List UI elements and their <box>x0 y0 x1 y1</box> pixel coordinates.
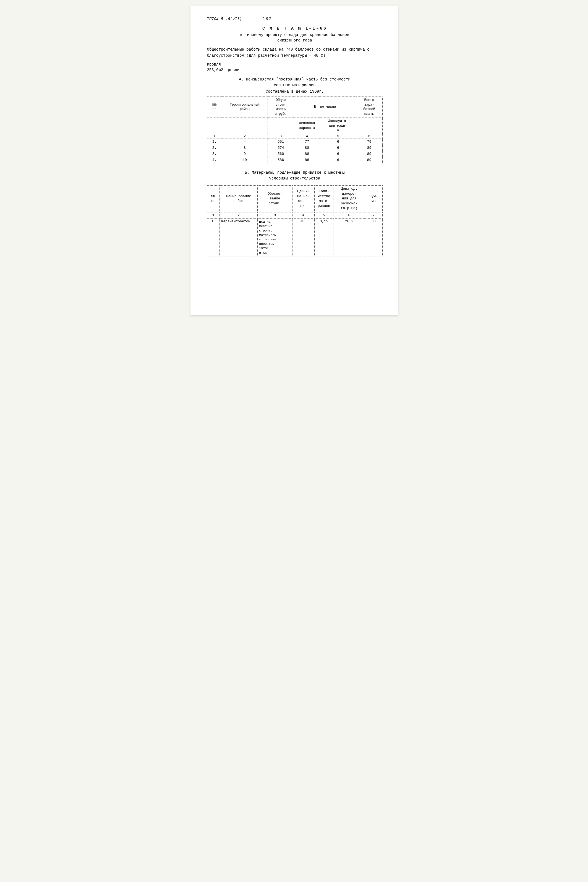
table-a-header-row: №№пп Территориальныйрайон Общаястои-мост… <box>207 96 382 117</box>
row4-expl: 6 <box>320 157 356 163</box>
table-a-cn3: 3 <box>268 134 294 139</box>
description: Общестроительные работы склада на 740 ба… <box>207 47 382 59</box>
table-b-cn1: 1 <box>207 212 220 218</box>
b-row1-tsena: 26,2 <box>333 218 365 256</box>
table-b-cn5: 5 <box>314 212 333 218</box>
table-a-sub2 <box>222 117 268 134</box>
table-a-num-row: 1 2 3 4 5 6 <box>207 134 382 139</box>
row2-expl: 6 <box>320 145 356 151</box>
section-a-title2: местных материалов <box>274 83 315 87</box>
table-a-cn1: 1 <box>207 134 222 139</box>
row3-stoi: 560 <box>268 151 294 157</box>
row2-zarp: 88 <box>294 145 320 151</box>
table-a-col5-header: Эксплуата-ция маши-н <box>320 117 356 134</box>
compiled-line: Составлена в ценах 1969г. <box>207 89 382 94</box>
row4-num: 4. <box>207 157 222 163</box>
table-a-col3-header: Общаястои-мостьв руб. <box>268 96 294 117</box>
row1-vsego: 79 <box>356 139 382 145</box>
row4-vsego: 89 <box>356 157 382 163</box>
row4-zarp: 88 <box>294 157 320 163</box>
table-b-cn4: 4 <box>292 212 314 218</box>
b-row1-num: I. <box>207 218 220 256</box>
table-b-col1-header: №№пп <box>207 186 220 212</box>
table-a-col2-header: Территориальныйрайон <box>222 96 268 117</box>
table-a-cn4: 4 <box>294 134 320 139</box>
b-row1-kolichestvo: 3,15 <box>314 218 333 256</box>
table-row: 3. 9 560 88 6 89 <box>207 151 382 157</box>
table-row: 4. 19 586 88 6 89 <box>207 157 382 163</box>
table-a-sub1 <box>207 117 222 134</box>
table-a-cn6: 6 <box>356 134 382 139</box>
subtitle1: к типовому проекту склада для хранения б… <box>207 33 382 37</box>
row3-zarp: 88 <box>294 151 320 157</box>
table-a-col4-header: Основнаязарплата <box>294 117 320 134</box>
subtitle2: сжиженного газа <box>207 38 382 43</box>
table-a-cn5: 5 <box>320 134 356 139</box>
table-a-col6-header: Всегозара-ботнойплаты <box>356 96 382 117</box>
row2-stoi: 574 <box>268 145 294 151</box>
header-line: ТП704-5-16(VII) – 182 – <box>207 17 382 21</box>
row3-num: 3. <box>207 151 222 157</box>
row2-vsego: 89 <box>356 145 382 151</box>
section-b-title2: условиям строительства <box>269 176 320 180</box>
row1-num: I. <box>207 139 222 145</box>
row1-expl: 6 <box>320 139 356 145</box>
table-b-col2-header: Наименованиеработ <box>220 186 258 212</box>
table-b-cn2: 2 <box>220 212 258 218</box>
b-row1-name: Керамзитобетон <box>220 218 258 256</box>
table-b-col3-header: Обосно-ваниестоим. <box>258 186 292 212</box>
b-row1-summa: 83 <box>365 218 382 256</box>
title-main: С М Е Т А № I–I–66 <box>207 26 382 31</box>
row1-zarp: 77 <box>294 139 320 145</box>
section-a-title: А. Неизменяемая (постоянная) часть без с… <box>207 77 382 88</box>
row2-num: 2. <box>207 145 222 151</box>
row4-stoi: 586 <box>268 157 294 163</box>
table-a: №№пп Территориальныйрайон Общаястои-мост… <box>207 96 382 164</box>
table-b-col6-header: Цена ед.измере-ния(длябазисно-го р-на) <box>333 186 365 212</box>
table-b-header-row: №№пп Наименованиеработ Обосно-ваниестоим… <box>207 186 382 212</box>
b-row1-edinica: М3 <box>292 218 314 256</box>
table-b-cn7: 7 <box>365 212 382 218</box>
section-b-title: Б. Материалы, подлежащие привязке к мест… <box>207 170 382 182</box>
row1-region: 4 <box>222 139 268 145</box>
table-a-subheader-row: Основнаязарплата Эксплуата-ция маши-н <box>207 117 382 134</box>
page-number: 182 <box>262 17 272 21</box>
doc-id: ТП704-5-16(VII) <box>207 17 242 21</box>
row3-region: 9 <box>222 151 268 157</box>
table-row: 2. 8 574 88 6 89 <box>207 145 382 151</box>
table-row: I. Керамзитобетон ЦСЦ наместныестроит.ма… <box>207 218 382 256</box>
table-a-col-vtomchisle-header: В том числе <box>294 96 356 117</box>
row1-stoi: 551 <box>268 139 294 145</box>
table-b-col7-header: Сум-ма <box>365 186 382 212</box>
table-b-col4-header: Едини-ца из-мере-ния <box>292 186 314 212</box>
table-row: I. 4 551 77 6 79 <box>207 139 382 145</box>
row3-vsego: 89 <box>356 151 382 157</box>
table-b-num-row: 1 2 3 4 5 6 7 <box>207 212 382 218</box>
title-section: С М Е Т А № I–I–66 к типовому проекту ск… <box>207 26 382 43</box>
row4-region: 19 <box>222 157 268 163</box>
section-a-title1: А. Неизменяемая (постоянная) часть без с… <box>239 77 350 81</box>
table-a-sub3 <box>268 117 294 134</box>
row3-expl: 6 <box>320 151 356 157</box>
table-b-col5-header: Коли-чествомате-риалов <box>314 186 333 212</box>
document-page: ТП704-5-16(VII) – 182 – С М Е Т А № I–I–… <box>190 6 398 315</box>
row2-region: 8 <box>222 145 268 151</box>
table-a-cn2: 2 <box>222 134 268 139</box>
section-b-title1: Б. Материалы, подлежащие привязке к мест… <box>244 170 345 175</box>
table-b: №№пп Наименованиеработ Обосно-ваниестоим… <box>207 185 382 256</box>
roof-sublabel: 253,6м2 кровли <box>207 68 382 72</box>
table-a-sub6 <box>356 117 382 134</box>
table-b-cn6: 6 <box>333 212 365 218</box>
table-a-col1-header: №№пп <box>207 96 222 117</box>
b-row1-obosn: ЦСЦ наместныестроит.материалык типовымпр… <box>258 218 292 256</box>
table-b-cn3: 3 <box>258 212 292 218</box>
roof-label: Кровля: <box>207 62 382 67</box>
